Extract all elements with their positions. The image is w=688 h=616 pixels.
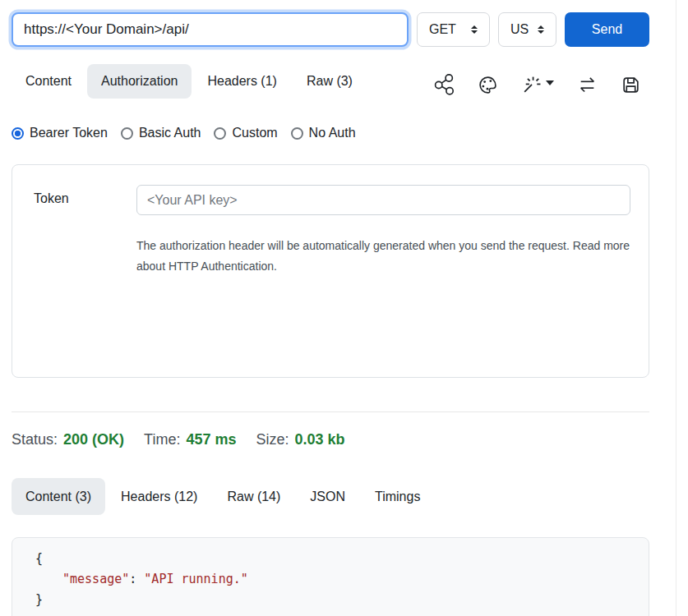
size-group: Size:0.03 kb <box>256 431 344 448</box>
tab-response-raw[interactable]: Raw (14) <box>213 478 294 515</box>
tab-authorization[interactable]: Authorization <box>87 64 192 99</box>
radio-icon <box>121 127 133 140</box>
tab-response-json[interactable]: JSON <box>296 478 359 515</box>
url-input[interactable] <box>12 12 409 47</box>
select-updown-icon <box>471 25 478 34</box>
auth-option-label: No Auth <box>309 126 356 140</box>
tab-content[interactable]: Content <box>12 64 85 99</box>
tab-response-timings[interactable]: Timings <box>361 478 434 515</box>
auth-option-no-auth[interactable]: No Auth <box>291 126 356 140</box>
code-line: { <box>35 549 649 569</box>
auth-option-custom[interactable]: Custom <box>214 126 277 140</box>
token-input[interactable] <box>136 185 630 215</box>
code-line: } <box>35 590 649 610</box>
status-label: Status: <box>12 431 58 448</box>
request-bar: GET US Send <box>12 12 649 47</box>
status-group: Status:200 (OK) <box>12 431 124 448</box>
token-panel: Token The authorization header will be a… <box>12 164 649 378</box>
response-body-code: { "message": "API running." } <box>12 537 649 616</box>
select-updown-icon <box>538 25 544 34</box>
auth-option-label: Basic Auth <box>139 126 201 140</box>
response-status-row: Status:200 (OK) Time:457 ms Size:0.03 kb <box>12 431 649 448</box>
time-group: Time:457 ms <box>144 431 236 448</box>
caret-down-icon <box>546 80 554 85</box>
radio-checked-icon <box>12 127 24 140</box>
save-icon[interactable] <box>621 75 641 95</box>
radio-icon <box>214 127 226 140</box>
palette-icon[interactable] <box>478 75 498 95</box>
token-label: Token <box>34 185 136 277</box>
tab-response-headers[interactable]: Headers (12) <box>107 478 211 515</box>
tab-raw[interactable]: Raw (3) <box>293 64 367 99</box>
tab-response-content[interactable]: Content (3) <box>12 478 105 515</box>
time-label: Time: <box>144 431 180 448</box>
code-line: "message": "API running." <box>35 569 649 590</box>
token-field-row: Token The authorization header will be a… <box>34 185 630 277</box>
share-nodes-icon[interactable] <box>434 74 455 96</box>
response-tabs: Content (3) Headers (12) Raw (14) JSON T… <box>12 478 649 515</box>
time-value: 457 ms <box>186 431 236 448</box>
request-tabs-row: Content Authorization Headers (1) Raw (3… <box>12 64 649 99</box>
auth-option-basic-auth[interactable]: Basic Auth <box>121 126 201 140</box>
auth-option-label: Bearer Token <box>30 126 108 140</box>
magic-wand-icon[interactable] <box>521 75 554 95</box>
api-tester-panel: GET US Send Content Authorization Header… <box>0 0 676 616</box>
auth-option-bearer-token[interactable]: Bearer Token <box>12 126 108 140</box>
size-label: Size: <box>256 431 289 448</box>
region-select-value: US <box>510 22 529 37</box>
method-select[interactable]: GET <box>417 12 490 47</box>
size-value: 0.03 kb <box>295 431 345 448</box>
method-select-value: GET <box>429 22 456 37</box>
tab-headers[interactable]: Headers (1) <box>193 64 290 99</box>
swap-arrows-icon[interactable] <box>577 75 598 95</box>
json-value: "API running." <box>144 572 247 586</box>
status-value: 200 (OK) <box>63 431 124 448</box>
request-tabs: Content Authorization Headers (1) Raw (3… <box>12 64 367 99</box>
radio-icon <box>291 127 303 140</box>
token-help-text: The authorization header will be automat… <box>136 236 630 277</box>
json-key: "message" <box>62 572 129 586</box>
toolbar <box>434 74 641 96</box>
region-select[interactable]: US <box>498 12 556 47</box>
send-button[interactable]: Send <box>565 12 649 47</box>
section-divider <box>12 411 649 412</box>
auth-option-label: Custom <box>232 126 277 140</box>
json-separator: : <box>129 572 144 586</box>
auth-type-options: Bearer Token Basic Auth Custom No Auth <box>12 126 649 140</box>
